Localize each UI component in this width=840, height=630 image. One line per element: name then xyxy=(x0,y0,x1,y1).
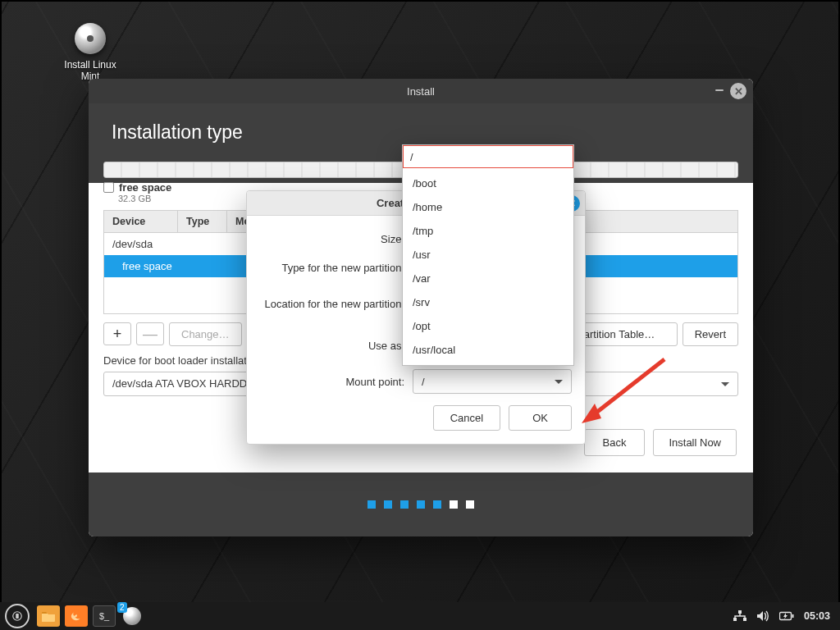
back-button[interactable]: Back xyxy=(584,429,646,456)
pager-dot[interactable] xyxy=(417,500,425,509)
svg-rect-6 xyxy=(733,618,737,621)
pager-dot[interactable] xyxy=(433,500,441,509)
minimize-button[interactable] xyxy=(715,89,724,91)
install-now-button[interactable]: Install Now xyxy=(653,429,737,456)
desktop-icon-install[interactable]: Install Linux Mint xyxy=(57,23,123,82)
add-partition-button[interactable]: + xyxy=(103,322,131,345)
revert-button[interactable]: Revert xyxy=(682,322,738,346)
disc-icon xyxy=(75,23,106,54)
dropdown-filter-input[interactable]: / xyxy=(403,145,573,168)
terminal-icon[interactable]: $_ xyxy=(93,605,116,627)
remove-partition-button[interactable]: — xyxy=(136,322,164,345)
firefox-icon[interactable] xyxy=(65,605,88,627)
col-device[interactable]: Device xyxy=(104,211,178,233)
free-space-checkbox[interactable] xyxy=(103,182,114,193)
size-label: Size: xyxy=(260,233,413,245)
bootloader-device-value: /dev/sda ATA VBOX HARDDISK xyxy=(112,377,264,390)
clock[interactable]: 05:03 xyxy=(804,610,830,622)
pager-dot[interactable] xyxy=(466,500,474,509)
start-menu-button[interactable] xyxy=(5,604,30,628)
svg-rect-7 xyxy=(743,618,746,621)
battery-icon[interactable] xyxy=(779,611,794,621)
mount-point-value: / xyxy=(422,376,425,388)
pager-dot[interactable] xyxy=(450,500,458,509)
dropdown-option[interactable]: /usr/local xyxy=(403,338,573,362)
window-title: Install xyxy=(407,85,435,98)
dropdown-option[interactable]: /tmp xyxy=(403,219,573,243)
ok-button[interactable]: OK xyxy=(509,405,572,431)
partition-type-label: Type for the new partition: xyxy=(260,262,413,274)
pager-dot[interactable] xyxy=(368,500,376,509)
volume-icon[interactable] xyxy=(756,610,769,622)
taskbar-badge: 2 xyxy=(117,602,127,613)
dropdown-option[interactable]: /srv xyxy=(403,290,573,314)
dropdown-option[interactable]: /opt xyxy=(403,314,573,338)
use-as-label: Use as: xyxy=(260,340,413,352)
window-titlebar[interactable]: Install ✕ xyxy=(89,79,753,103)
mount-point-dropdown[interactable]: / /boot /home /tmp /usr /var /srv /opt /… xyxy=(402,144,574,366)
dropdown-option[interactable]: /boot xyxy=(403,171,573,195)
mount-point-label: Mount point: xyxy=(260,376,413,388)
col-type[interactable]: Type xyxy=(178,211,227,233)
change-partition-button[interactable]: Change… xyxy=(169,322,242,346)
network-icon[interactable] xyxy=(733,610,746,622)
dropdown-option[interactable]: /usr xyxy=(403,243,573,267)
file-manager-icon[interactable] xyxy=(37,605,60,627)
free-space-label: free space xyxy=(119,181,171,194)
pager-dot[interactable] xyxy=(400,500,409,509)
svg-rect-5 xyxy=(738,610,742,614)
free-space-size: 32.3 GB xyxy=(118,194,151,203)
cancel-button[interactable]: Cancel xyxy=(433,405,500,431)
close-button[interactable]: ✕ xyxy=(730,83,746,99)
dropdown-option[interactable]: /var xyxy=(403,267,573,290)
svg-rect-3 xyxy=(16,614,19,619)
installer-taskbar-icon[interactable]: 2 xyxy=(121,605,144,627)
dropdown-option[interactable]: /home xyxy=(403,195,573,219)
system-tray[interactable]: 05:03 xyxy=(733,610,840,622)
taskbar[interactable]: $_ 2 05:03 xyxy=(0,602,840,630)
wizard-pager xyxy=(89,472,753,536)
svg-rect-9 xyxy=(792,614,794,618)
pager-dot[interactable] xyxy=(384,500,392,509)
mount-point-combo[interactable]: / xyxy=(413,369,572,394)
partition-location-label: Location for the new partition: xyxy=(260,298,413,310)
